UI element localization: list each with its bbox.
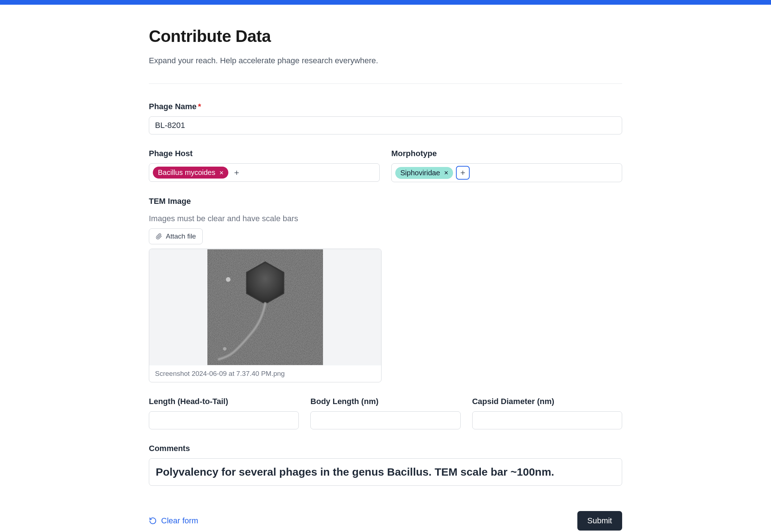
phage-name-input[interactable] (149, 116, 622, 134)
svg-point-13 (223, 347, 227, 351)
page-subtitle: Expand your reach. Help accelerate phage… (149, 56, 622, 65)
length-head-to-tail-input[interactable] (149, 411, 299, 429)
clear-form-label: Clear form (161, 516, 198, 525)
form-container: Contribute Data Expand your reach. Help … (149, 5, 622, 532)
attach-file-label: Attach file (166, 232, 196, 240)
phage-host-group: Phage Host Bacillus mycoides (149, 149, 380, 182)
phage-host-tag-input[interactable]: Bacillus mycoides (149, 163, 380, 182)
morphotype-tag: Siphoviridae (395, 167, 453, 179)
length-head-to-tail-label: Length (Head-to-Tail) (149, 397, 299, 406)
morphotype-group: Morphotype Siphoviridae (391, 149, 622, 182)
paperclip-icon (156, 233, 162, 240)
image-preview-frame (149, 249, 381, 365)
phage-name-label-text: Phage Name (149, 102, 197, 111)
divider (149, 83, 622, 84)
capsid-diameter-label: Capsid Diameter (nm) (472, 397, 622, 406)
morphotype-tag-text: Siphoviridae (400, 169, 440, 177)
required-indicator: * (198, 102, 201, 111)
morphotype-tag-input[interactable]: Siphoviridae (391, 163, 622, 182)
tem-phage-image (207, 249, 323, 365)
undo-icon (149, 517, 157, 525)
phage-host-tag: Bacillus mycoides (153, 167, 228, 179)
attach-file-button[interactable]: Attach file (149, 228, 203, 244)
footer-actions: Clear form Submit (149, 511, 622, 531)
comments-input[interactable]: Polyvalency for several phages in the ge… (149, 458, 622, 486)
image-filename: Screenshot 2024-06-09 at 7.37.40 PM.png (149, 365, 381, 382)
plus-icon[interactable] (232, 168, 241, 177)
image-preview-card: Screenshot 2024-06-09 at 7.37.40 PM.png (149, 249, 382, 382)
clear-form-button[interactable]: Clear form (149, 516, 198, 525)
body-length-label: Body Length (nm) (310, 397, 460, 406)
top-accent-bar (0, 0, 771, 5)
close-icon[interactable] (218, 170, 225, 176)
phage-name-group: Phage Name* (149, 102, 622, 134)
comments-group: Comments Polyvalency for several phages … (149, 444, 622, 486)
phage-host-tag-text: Bacillus mycoides (158, 168, 215, 177)
submit-button[interactable]: Submit (577, 511, 622, 531)
capsid-diameter-input[interactable] (472, 411, 622, 429)
tem-image-helper: Images must be clear and have scale bars (149, 214, 382, 223)
page-title: Contribute Data (149, 26, 622, 46)
tem-image-label: TEM Image (149, 197, 382, 206)
plus-icon[interactable] (457, 167, 469, 179)
length-head-to-tail-group: Length (Head-to-Tail) (149, 397, 299, 429)
morphotype-label: Morphotype (391, 149, 622, 158)
body-length-input[interactable] (310, 411, 460, 429)
phage-name-label: Phage Name* (149, 102, 622, 111)
close-icon[interactable] (443, 170, 449, 176)
svg-point-12 (226, 277, 231, 282)
comments-label: Comments (149, 444, 622, 453)
capsid-diameter-group: Capsid Diameter (nm) (472, 397, 622, 429)
tem-image-group: TEM Image Images must be clear and have … (149, 197, 382, 382)
body-length-group: Body Length (nm) (310, 397, 460, 429)
phage-host-label: Phage Host (149, 149, 380, 158)
